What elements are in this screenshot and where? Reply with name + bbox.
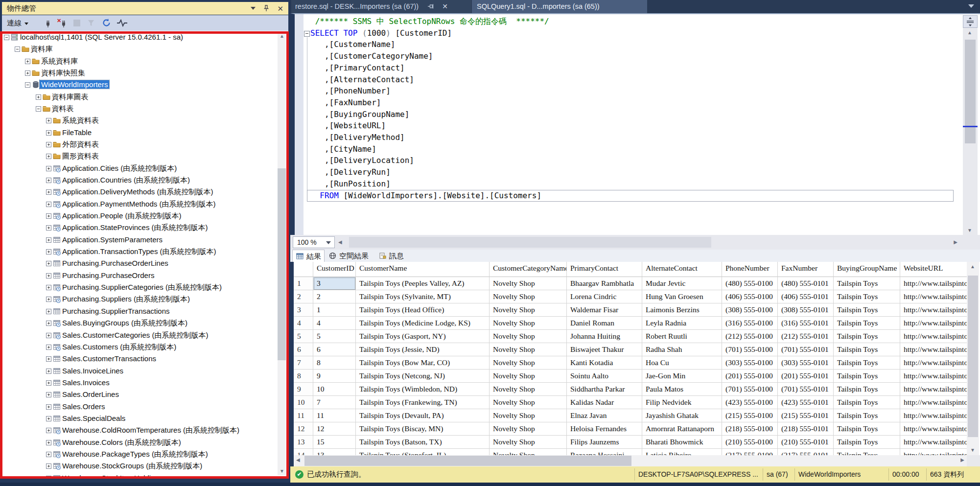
grid-cell[interactable]: (308) 555-0101	[778, 303, 834, 317]
scroll-right-icon[interactable]: ▶	[954, 240, 957, 245]
grid-cell[interactable]: (423) 555-0100	[722, 396, 778, 409]
grid-cell[interactable]: Tailspin Toys	[834, 317, 900, 330]
disconnect-object-explorer-icon[interactable]: ✕	[57, 18, 69, 28]
grid-cell[interactable]: Novelty Shop	[490, 356, 567, 370]
tab-sqlquery1-sql[interactable]: SQLQuery1.sql - D...mporters (sa (65))	[472, 0, 647, 13]
grid-cell[interactable]: Heloisa Fernandes	[567, 422, 642, 436]
grid-cell[interactable]: (217) 555-0100	[722, 449, 778, 455]
code-line[interactable]: ,[WebsiteURL]	[310, 120, 962, 132]
grid-cell[interactable]: Novelty Shop	[490, 409, 567, 422]
grid-cell[interactable]: Tailspin Toys	[834, 409, 900, 422]
grid-cell[interactable]: Tailspin Toys	[834, 370, 900, 383]
grid-cell[interactable]: 12	[294, 422, 313, 436]
code-line[interactable]: FROM [WideWorldImporters].[Website].[Cus…	[310, 190, 962, 202]
grid-cell[interactable]: Tailspin Toys	[834, 422, 900, 436]
grid-cell[interactable]: 11	[294, 409, 313, 422]
expand-icon[interactable]	[46, 404, 51, 410]
grid-cell[interactable]: Filips Jaunzems	[567, 436, 642, 449]
grid-cell[interactable]: http://www.tailspintoys.com	[900, 343, 967, 356]
grid-cell[interactable]: Tailspin Toys	[834, 343, 900, 356]
grid-cell[interactable]: 1	[294, 277, 313, 290]
grid-cell[interactable]: 7	[294, 356, 313, 370]
tree-item[interactable]: Application.Countries (由系統控制版本)	[2, 175, 288, 187]
expand-icon[interactable]	[46, 321, 51, 326]
tree-item[interactable]: 資料庫快照集	[2, 68, 288, 80]
expand-icon[interactable]	[46, 249, 51, 255]
expand-icon[interactable]	[46, 261, 51, 266]
grid-cell[interactable]: (308) 555-0100	[722, 303, 778, 317]
grid-cell[interactable]: Mudar Jevtic	[642, 277, 722, 290]
grid-cell[interactable]: (218) 555-0100	[722, 422, 778, 436]
grid-cell[interactable]: Elnaz Javan	[567, 409, 642, 422]
grid-cell[interactable]: 14	[294, 449, 313, 455]
code-line[interactable]: ,[PhoneNumber]	[310, 85, 962, 97]
expand-icon[interactable]	[46, 392, 51, 397]
grid-cell[interactable]: (701) 555-0101	[778, 343, 834, 356]
grid-cell[interactable]: (215) 555-0101	[778, 409, 834, 422]
code-line[interactable]: ,[CityName]	[310, 143, 962, 155]
scroll-left-icon[interactable]: ◀	[296, 458, 300, 463]
tree-item[interactable]: Sales.InvoiceLines	[2, 366, 288, 378]
grid-cell[interactable]: http://www.tailspintoys.com	[900, 449, 967, 455]
tree-item[interactable]: 圖形資料表	[2, 151, 288, 163]
grid-cell[interactable]: Novelty Shop	[490, 422, 567, 436]
grid-cell[interactable]: (480) 555-0100	[722, 277, 778, 290]
grid-cell[interactable]: Hoa Cu	[642, 356, 722, 370]
grid-cell[interactable]: Kanti Kotadia	[567, 356, 642, 370]
grid-cell[interactable]: Leyla Radnia	[642, 317, 722, 330]
grid-vertical-scrollbar[interactable]: ▲ ▼	[967, 262, 979, 455]
grid-cell[interactable]: Tailspin Toys (Netcong, NJ)	[356, 370, 490, 383]
activity-monitor-icon[interactable]	[117, 19, 128, 27]
grid-hscrollbar-thumb[interactable]	[304, 456, 631, 466]
expand-icon[interactable]	[46, 428, 51, 433]
grid-cell[interactable]: (316) 555-0101	[778, 317, 834, 330]
grid-horizontal-scrollbar[interactable]: ◀ ▶	[294, 455, 967, 466]
grid-cell[interactable]: Tailspin Toys	[834, 383, 900, 396]
code-line[interactable]: ,[DeliveryMethod]	[310, 132, 962, 143]
grid-cell[interactable]: Siddhartha Parkar	[567, 383, 642, 396]
grid-cell[interactable]: Novelty Shop	[490, 277, 567, 290]
grid-cell[interactable]: http://www.tailspintoys.com	[900, 330, 967, 343]
tree-item[interactable]: Warehouse.Colors (由系統控制版本)	[2, 437, 288, 449]
grid-cell[interactable]: (201) 555-0101	[778, 370, 834, 383]
grid-cell[interactable]: http://www.tailspintoys.com	[900, 436, 967, 449]
collapse-region-icon[interactable]	[304, 31, 310, 37]
grid-cell[interactable]: 9	[313, 370, 356, 383]
tree-item[interactable]: 資料表	[2, 103, 288, 116]
tab-restore-sql[interactable]: restore.sql - DESK...Importers (sa (67))…	[291, 0, 471, 13]
grid-cell[interactable]: (210) 555-0100	[722, 436, 778, 449]
grid-cell[interactable]: Tailspin Toys (Bow Mar, CO)	[356, 356, 490, 370]
grid-cell[interactable]: (218) 555-0101	[778, 422, 834, 436]
grid-cell[interactable]: Novelty Shop	[490, 330, 567, 343]
scroll-down-icon[interactable]: ▼	[967, 228, 972, 233]
grid-cell[interactable]: (406) 555-0101	[778, 290, 834, 303]
expand-icon[interactable]	[46, 309, 51, 314]
grid-cell[interactable]: 4	[313, 317, 356, 330]
expand-icon[interactable]	[46, 345, 51, 350]
grid-cell[interactable]: Tailspin Toys	[834, 277, 900, 290]
expand-icon[interactable]	[25, 70, 30, 76]
grid-cell[interactable]: http://www.tailspintoys.com	[900, 303, 967, 317]
expand-icon[interactable]	[46, 189, 51, 195]
expand-icon[interactable]	[46, 273, 51, 278]
tree-scrollbar[interactable]: ▲ ▼	[278, 32, 286, 475]
grid-cell[interactable]: Novelty Shop	[490, 396, 567, 409]
grid-cell[interactable]: Tailspin Toys	[834, 396, 900, 409]
grid-cell[interactable]: http://www.tailspintoys.com	[900, 396, 967, 409]
grid-cell[interactable]: 13	[294, 436, 313, 449]
splitter-handle[interactable]	[963, 15, 978, 28]
grid-cell[interactable]: 7	[313, 396, 356, 409]
results-tab-spatial[interactable]: 空間結果	[326, 250, 374, 262]
scroll-left-icon[interactable]: ◀	[338, 240, 342, 245]
grid-cell[interactable]: Tailspin Toys	[834, 356, 900, 370]
grid-cell[interactable]: http://www.tailspintoys.com	[900, 370, 967, 383]
grid-cell[interactable]: Tailspin Toys	[834, 436, 900, 449]
code-line[interactable]: ,[DeliveryRun]	[310, 166, 962, 178]
grid-cell[interactable]: Novelty Shop	[490, 317, 567, 330]
connect-object-explorer-icon[interactable]	[43, 18, 53, 28]
code-line[interactable]: ,[CustomerCategoryName]	[310, 50, 962, 62]
grid-cell[interactable]: (423) 555-0101	[778, 396, 834, 409]
expand-icon[interactable]	[46, 380, 51, 386]
grid-cell[interactable]: Razaana Hossaini	[567, 449, 642, 455]
tree-item[interactable]: Application.StateProvinces (由系統控制版本)	[2, 222, 288, 234]
